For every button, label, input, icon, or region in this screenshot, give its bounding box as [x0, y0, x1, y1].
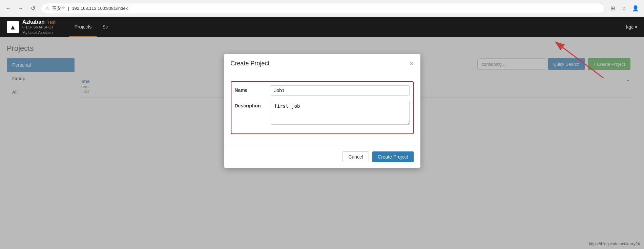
warning-icon: ⚠ [45, 6, 49, 11]
browser-chrome: ← → ↺ ⚠ 不安全 | 192.168.112.100:8081/index… [0, 0, 644, 17]
modal-title: Create Project [231, 60, 270, 67]
brand-info: Azkaban Test 0.1.0- SNAPSHOT My Local Az… [22, 19, 56, 35]
separator: | [68, 6, 69, 11]
back-button[interactable]: ← [4, 4, 13, 13]
brand-version2: SNAPSHOT [33, 25, 54, 29]
browser-actions: ⊞ ☆ 👤 [608, 4, 640, 13]
nav-item-scheduling[interactable]: Sc [97, 17, 113, 37]
create-project-modal: Create Project × Name Description first … [224, 54, 420, 168]
brand-version: 0.1.0- [22, 25, 32, 29]
forward-button[interactable]: → [16, 4, 25, 13]
attribution: https://blog.csdn.net/korry24 [589, 242, 640, 246]
navbar-brand: ▲ Azkaban Test 0.1.0- SNAPSHOT My Local … [7, 19, 56, 35]
url-text: 192.168.112.100:8081/index [72, 6, 128, 11]
navbar: ▲ Azkaban Test 0.1.0- SNAPSHOT My Local … [0, 17, 644, 37]
nav-item-projects[interactable]: Projects [69, 17, 97, 37]
navbar-right: kgc ▾ [626, 24, 637, 30]
user-menu[interactable]: kgc ▾ [626, 24, 637, 30]
brand-logo-icon: ▲ [7, 21, 19, 33]
reload-button[interactable]: ↺ [28, 4, 37, 13]
name-label: Name [235, 85, 265, 93]
modal-header: Create Project × [224, 54, 420, 73]
description-input[interactable]: first job [271, 101, 410, 125]
description-form-group: Description first job [235, 101, 410, 125]
navbar-nav: Projects Sc [69, 17, 113, 37]
name-form-group: Name [235, 85, 410, 96]
description-label: Description [235, 101, 265, 108]
brand-subtitle-sub: My Local Azkaban [22, 30, 53, 35]
modal-footer: Cancel Create Project [224, 146, 420, 168]
highlighted-fields-area: Name Description first job [231, 81, 414, 134]
address-bar[interactable]: ⚠ 不安全 | 192.168.112.100:8081/index [41, 3, 605, 14]
translate-button[interactable]: ⊞ [608, 4, 617, 13]
bookmark-button[interactable]: ☆ [620, 4, 628, 13]
modal-body: Name Description first job [224, 73, 420, 146]
app-wrapper: ▲ Azkaban Test 0.1.0- SNAPSHOT My Local … [0, 17, 644, 249]
user-name: kgc [626, 24, 633, 30]
brand-name: Azkaban [22, 19, 45, 25]
name-input[interactable] [271, 85, 410, 96]
cancel-button[interactable]: Cancel [342, 151, 369, 162]
warning-text: 不安全 [52, 5, 65, 12]
modal-close-button[interactable]: × [410, 60, 414, 67]
brand-subtitle: Test [47, 20, 56, 25]
modal-create-project-button[interactable]: Create Project [372, 151, 413, 162]
profile-button[interactable]: 👤 [631, 4, 640, 13]
page-content: Projects Personal Group All Quick Search… [0, 37, 644, 249]
user-caret-icon: ▾ [635, 24, 637, 30]
